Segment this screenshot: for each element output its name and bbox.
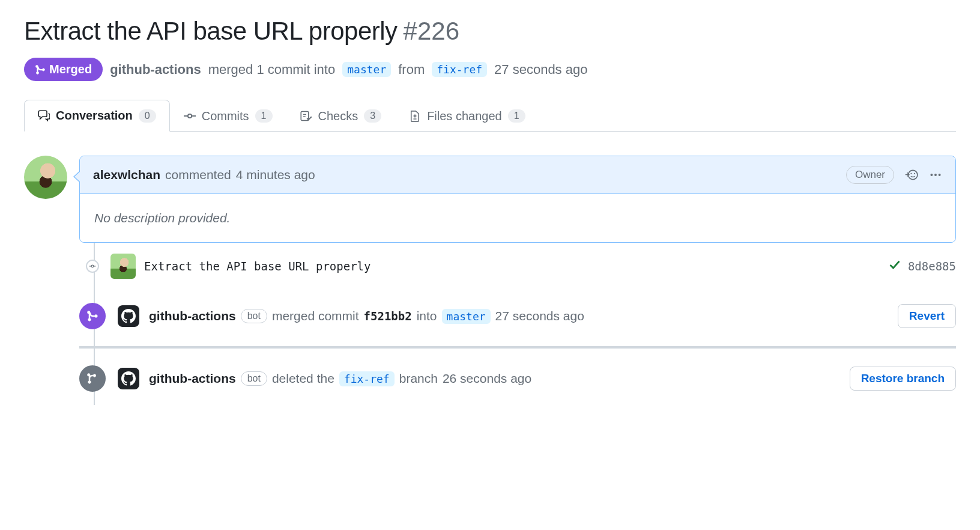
tab-counter: 1 xyxy=(508,109,525,123)
svg-point-6 xyxy=(910,173,912,174)
pr-tabs: Conversation 0 Commits 1 Checks 3 Files … xyxy=(24,99,956,132)
event-time: 27 seconds ago xyxy=(495,309,584,323)
timeline-divider xyxy=(79,346,956,349)
comment-box: alexwlchan commented 4 minutes ago Owner… xyxy=(79,156,956,243)
conversation-content: alexwlchan commented 4 minutes ago Owner… xyxy=(24,156,956,405)
bot-label: bot xyxy=(241,371,267,386)
event-text-2: into xyxy=(417,309,437,323)
file-diff-icon xyxy=(409,110,421,122)
tab-label: Commits xyxy=(202,109,249,123)
tab-label: Conversation xyxy=(56,109,133,123)
commit-sha[interactable]: 8d8e885 xyxy=(908,260,956,273)
branch-badge-icon xyxy=(79,365,106,392)
tab-label: Checks xyxy=(318,109,358,123)
comment-author[interactable]: alexwlchan xyxy=(93,168,160,182)
tab-counter: 3 xyxy=(364,109,381,123)
merge-commit-sha[interactable]: f521bb2 xyxy=(364,309,412,323)
timeline-delete-branch-item: github-actions bot deleted the fix-ref b… xyxy=(79,352,956,405)
comment-header: alexwlchan commented 4 minutes ago Owner… xyxy=(80,156,955,194)
tab-files-changed[interactable]: Files changed 1 xyxy=(395,100,539,132)
tab-checks[interactable]: Checks 3 xyxy=(286,100,396,132)
head-branch-pill[interactable]: fix-ref xyxy=(432,62,487,77)
event-time: 26 seconds ago xyxy=(443,371,531,386)
git-merge-icon xyxy=(35,64,46,75)
checklist-icon xyxy=(300,110,312,122)
event-text-1: deleted the xyxy=(272,371,334,386)
tab-counter: 0 xyxy=(139,109,156,123)
commit-message[interactable]: Extract the API base URL properly xyxy=(144,260,371,273)
pr-title: Extract the API base URL properly xyxy=(24,17,398,46)
state-badge-merged: Merged xyxy=(24,58,103,81)
event-text-2: branch xyxy=(399,371,438,386)
svg-point-0 xyxy=(188,114,192,118)
git-commit-icon xyxy=(184,110,196,122)
add-reaction-button[interactable]: + xyxy=(905,168,918,181)
github-actions-avatar[interactable] xyxy=(118,368,139,389)
merge-badge-icon xyxy=(79,303,106,329)
comment-discussion-icon xyxy=(38,110,50,122)
meta-text-1: merged 1 commit into xyxy=(208,62,336,78)
svg-point-8 xyxy=(930,174,933,176)
tab-counter: 1 xyxy=(255,109,273,123)
timeline-merge-item: github-actions bot merged commit f521bb2… xyxy=(79,290,956,343)
role-badge: Owner xyxy=(846,166,894,184)
svg-point-11 xyxy=(91,265,94,267)
svg-point-7 xyxy=(914,173,915,174)
comment-time[interactable]: 4 minutes ago xyxy=(236,168,315,182)
timeline-commit-item: Extract the API base URL properly 8d8e88… xyxy=(79,243,956,290)
restore-branch-button[interactable]: Restore branch xyxy=(850,367,956,391)
kebab-menu-button[interactable] xyxy=(929,168,942,181)
state-label: Merged xyxy=(49,62,92,76)
comment-body: No description provided. xyxy=(80,194,955,242)
github-actions-avatar[interactable] xyxy=(118,305,139,327)
commit-marker-icon xyxy=(86,260,99,273)
tab-label: Files changed xyxy=(427,109,502,123)
meta-time: 27 seconds ago xyxy=(494,62,587,78)
pr-meta-row: Merged github-actions merged 1 commit in… xyxy=(24,58,956,81)
pr-header: Extract the API base URL properly #226 xyxy=(24,17,956,46)
event-actor[interactable]: github-actions xyxy=(149,309,236,323)
merge-target-branch[interactable]: master xyxy=(442,309,491,324)
svg-point-9 xyxy=(934,174,937,176)
commit-author-avatar[interactable] xyxy=(110,254,136,279)
event-actor[interactable]: github-actions xyxy=(149,371,236,386)
deleted-branch[interactable]: fix-ref xyxy=(339,371,395,386)
svg-point-10 xyxy=(939,174,941,176)
meta-actor[interactable]: github-actions xyxy=(110,62,201,78)
meta-text-2: from xyxy=(398,62,425,78)
check-success-icon[interactable] xyxy=(889,259,901,274)
revert-button[interactable]: Revert xyxy=(898,304,956,328)
author-avatar[interactable] xyxy=(24,156,67,199)
tab-commits[interactable]: Commits 1 xyxy=(170,100,286,132)
event-text-1: merged commit xyxy=(272,309,359,323)
timeline: Extract the API base URL properly 8d8e88… xyxy=(79,243,956,405)
bot-label: bot xyxy=(241,309,267,323)
base-branch-pill[interactable]: master xyxy=(342,62,391,77)
tab-conversation[interactable]: Conversation 0 xyxy=(24,100,170,132)
pr-number: #226 xyxy=(404,17,459,46)
comment-action: commented xyxy=(165,168,231,182)
